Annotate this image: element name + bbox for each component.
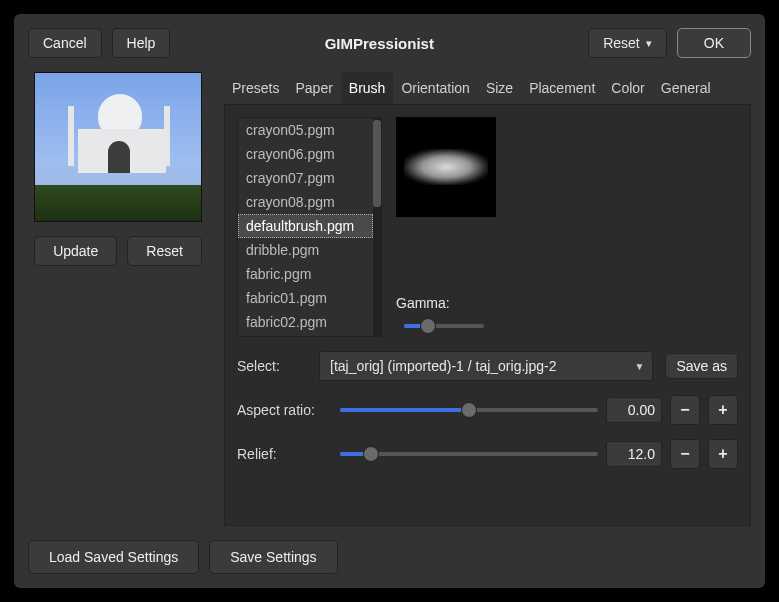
aspect-ratio-minus[interactable]: − [670,395,700,425]
relief-label: Relief: [237,446,332,462]
brush-listbox[interactable]: crayon05.pgm crayon06.pgm crayon07.pgm c… [237,117,382,337]
preview-arch [108,141,130,173]
gamma-control: Gamma: [396,295,496,335]
dialog-window: Cancel Help GIMPressionist Reset ▾ OK Up… [14,14,765,588]
tab-placement[interactable]: Placement [521,72,603,104]
preview-reset-button[interactable]: Reset [127,236,202,266]
list-item[interactable]: dribble.pgm [238,238,373,262]
tab-presets[interactable]: Presets [224,72,287,104]
tab-general[interactable]: General [653,72,719,104]
brush-top-row: crayon05.pgm crayon06.pgm crayon07.pgm c… [237,117,738,337]
relief-plus[interactable]: + [708,439,738,469]
tab-size[interactable]: Size [478,72,521,104]
preview-button-row: Update Reset [34,236,202,266]
image-preview [34,72,202,222]
brush-list-inner: crayon05.pgm crayon06.pgm crayon07.pgm c… [238,118,373,336]
brush-preview [396,117,496,217]
list-item[interactable]: crayon05.pgm [238,118,373,142]
right-column: Presets Paper Brush Orientation Size Pla… [224,72,751,526]
dialog-body: Update Reset Presets Paper Brush Orienta… [28,72,751,526]
reset-dropdown-label: Reset [603,35,640,51]
brush-stroke-icon [404,149,488,185]
tab-paper[interactable]: Paper [287,72,340,104]
ok-button[interactable]: OK [677,28,751,58]
aspect-ratio-slider[interactable] [340,401,598,419]
titlebar: Cancel Help GIMPressionist Reset ▾ OK [28,28,751,58]
list-item[interactable]: fabric02.pgm [238,310,373,334]
chevron-down-icon: ▾ [646,37,652,50]
tab-bar: Presets Paper Brush Orientation Size Pla… [224,72,751,104]
left-column: Update Reset [28,72,208,526]
help-button[interactable]: Help [112,28,171,58]
footer-row: Load Saved Settings Save Settings [28,540,751,574]
save-as-button[interactable]: Save as [665,353,738,379]
source-dropdown[interactable]: [taj_orig] (imported)-1 / taj_orig.jpg-2… [319,351,653,381]
reset-dropdown-button[interactable]: Reset ▾ [588,28,667,58]
aspect-ratio-label: Aspect ratio: [237,402,332,418]
gamma-label: Gamma: [396,295,496,311]
gamma-slider[interactable] [404,317,484,335]
relief-value[interactable]: 12.0 [606,441,662,467]
save-settings-button[interactable]: Save Settings [209,540,337,574]
aspect-ratio-row: Aspect ratio: 0.00 − + [237,395,738,425]
source-dropdown-value: [taj_orig] (imported)-1 / taj_orig.jpg-2 [330,358,556,374]
tab-orientation[interactable]: Orientation [393,72,477,104]
brush-panel: crayon05.pgm crayon06.pgm crayon07.pgm c… [224,104,751,526]
list-item[interactable]: crayon07.pgm [238,166,373,190]
spacer [396,231,496,281]
preview-foreground [35,185,201,221]
slider-thumb[interactable] [420,318,436,334]
list-item[interactable]: crayon08.pgm [238,190,373,214]
brush-preview-column: Gamma: [396,117,496,337]
dialog-title: GIMPressionist [180,35,578,52]
list-item[interactable]: fabric01.pgm [238,286,373,310]
cancel-button[interactable]: Cancel [28,28,102,58]
relief-slider[interactable] [340,445,598,463]
chevron-down-icon: ▼ [635,361,645,372]
list-item[interactable]: crayon06.pgm [238,142,373,166]
tab-color[interactable]: Color [603,72,652,104]
select-row: Select: [taj_orig] (imported)-1 / taj_or… [237,351,738,381]
relief-row: Relief: 12.0 − + [237,439,738,469]
update-button[interactable]: Update [34,236,117,266]
list-item[interactable]: defaultbrush.pgm [238,214,373,238]
aspect-ratio-value[interactable]: 0.00 [606,397,662,423]
slider-fill [340,408,469,412]
preview-minaret [68,106,74,166]
scrollbar-thumb[interactable] [373,120,381,207]
brush-list-scrollbar[interactable] [373,118,381,336]
load-saved-settings-button[interactable]: Load Saved Settings [28,540,199,574]
list-item[interactable]: fabric.pgm [238,262,373,286]
tab-brush[interactable]: Brush [341,72,394,104]
relief-minus[interactable]: − [670,439,700,469]
select-label: Select: [237,358,307,374]
slider-thumb[interactable] [461,402,477,418]
aspect-ratio-plus[interactable]: + [708,395,738,425]
slider-thumb[interactable] [363,446,379,462]
